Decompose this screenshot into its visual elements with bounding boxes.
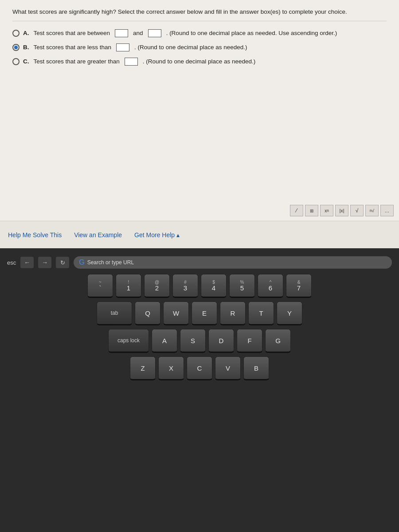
f-key[interactable]: F (237, 329, 262, 353)
7-key[interactable]: & 7 (286, 274, 312, 298)
browser-bar: esc ← → ↻ G Search or type URL (4, 256, 395, 269)
z-key[interactable]: Z (130, 356, 156, 380)
tilde-key[interactable]: ~ ` (87, 274, 113, 298)
q-key[interactable]: Q (135, 301, 160, 325)
x-key[interactable]: X (158, 356, 184, 380)
option-c-label: C. (23, 58, 29, 65)
option-b-text-after: . (Round to one decimal place as needed.… (134, 44, 247, 51)
option-c-row[interactable]: C. Test scores that are greater than . (… (12, 58, 387, 66)
radio-a[interactable] (12, 30, 20, 37)
y-key[interactable]: Y (277, 301, 302, 325)
w-key[interactable]: W (163, 301, 189, 325)
1-key[interactable]: ! 1 (116, 274, 141, 298)
a-key[interactable]: A (152, 329, 177, 353)
keyboard-area: esc ← → ↻ G Search or type URL ~ ` ! 1 @… (0, 248, 399, 532)
esc-key-browser[interactable]: esc (7, 259, 16, 266)
zxcv-row: Z X C V B (130, 356, 269, 380)
radio-b-fill (14, 46, 18, 49)
4-key[interactable]: $ 4 (201, 274, 227, 298)
keyboard-rows: ~ ` ! 1 @ 2 # 3 $ 4 % 5 (4, 274, 395, 380)
option-a-box2[interactable] (148, 29, 161, 37)
tab-label: tab (111, 310, 118, 316)
option-a-text-before: Test scores that are between (34, 30, 110, 36)
option-c-text-before: Test scores that are greater than (34, 58, 120, 65)
math-fraction-btn[interactable]: ⁄ (290, 205, 303, 216)
radio-b[interactable] (12, 44, 20, 51)
option-a-box1[interactable] (115, 29, 128, 37)
quiz-question: What test scores are significantly high?… (12, 8, 387, 21)
math-more-btn[interactable]: … (380, 205, 394, 216)
asdf-row: caps lock A S D F G (108, 329, 291, 353)
quiz-panel: What test scores are significantly high?… (0, 0, 399, 248)
get-more-help-button[interactable]: Get More Help ▴ (134, 231, 180, 239)
math-abs-btn[interactable]: |x| (335, 205, 348, 216)
5-key[interactable]: % 5 (229, 274, 255, 298)
option-b-text-before: Test scores that are less than (34, 44, 112, 51)
math-sqrt-btn[interactable]: √ (350, 205, 364, 216)
view-example-button[interactable]: View an Example (74, 231, 122, 239)
option-b-label: B. (23, 44, 29, 51)
google-logo: G (79, 258, 84, 266)
3-key[interactable]: # 3 (172, 274, 198, 298)
math-toolbar: ⁄ ⊞ xn |x| √ n√ … (290, 205, 394, 216)
math-matrix-btn[interactable]: ⊞ (305, 205, 318, 216)
address-text: Search or type URL (87, 259, 134, 266)
option-b-box1[interactable] (116, 43, 129, 51)
help-me-solve-button[interactable]: Help Me Solve This (8, 231, 62, 239)
2-key[interactable]: @ 2 (144, 274, 170, 298)
option-a-and: and (133, 30, 143, 36)
qwerty-row: tab Q W E R T Y (97, 301, 302, 325)
s-key[interactable]: S (180, 329, 206, 353)
option-c-box1[interactable] (125, 58, 138, 66)
option-c-text-after: . (Round to one decimal place as needed.… (143, 58, 255, 65)
e-key[interactable]: E (192, 301, 217, 325)
forward-button[interactable]: → (38, 257, 51, 268)
option-a-label: A. (23, 30, 29, 36)
t-key[interactable]: T (248, 301, 274, 325)
6-key[interactable]: ^ 6 (258, 274, 283, 298)
tab-key[interactable]: tab (97, 301, 132, 325)
back-button[interactable]: ← (20, 257, 34, 268)
option-b-row[interactable]: B. Test scores that are less than . (Rou… (12, 43, 387, 51)
reload-button[interactable]: ↻ (56, 257, 69, 268)
number-row: ~ ` ! 1 @ 2 # 3 $ 4 % 5 (87, 274, 312, 298)
option-a-row[interactable]: A. Test scores that are between and . (R… (12, 29, 387, 37)
d-key[interactable]: D (208, 329, 234, 353)
r-key[interactable]: R (220, 301, 246, 325)
math-superscript-btn[interactable]: xn (320, 205, 333, 216)
caps-lock-key[interactable]: caps lock (108, 329, 149, 353)
radio-c[interactable] (12, 58, 20, 65)
quiz-bottom-bar: Help Me Solve This View an Example Get M… (0, 221, 399, 248)
address-bar[interactable]: G Search or type URL (74, 256, 392, 269)
v-key[interactable]: V (215, 356, 241, 380)
g-key[interactable]: G (265, 329, 291, 353)
c-key[interactable]: C (187, 356, 212, 380)
b-key[interactable]: B (243, 356, 269, 380)
math-nthroot-btn[interactable]: n√ (365, 205, 379, 216)
option-a-text-after: . (Round to one decimal place as needed.… (166, 30, 337, 36)
caps-lock-label: caps lock (117, 337, 140, 344)
